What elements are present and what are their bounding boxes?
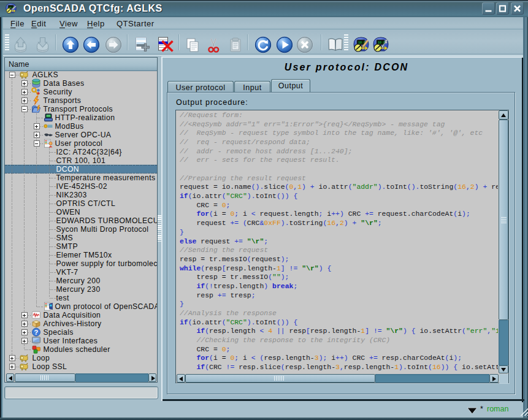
svg-text:Mercury 230: Mercury 230 <box>56 285 101 294</box>
svg-text:Sycon Multi Drop Protocol: Sycon Multi Drop Protocol <box>56 225 149 234</box>
svg-text:Transports: Transports <box>44 96 82 105</box>
svg-text:Temperature measurements: Temperature measurements <box>56 174 156 182</box>
svg-text:ModBus: ModBus <box>55 122 84 131</box>
svg-text:Server OPC-UA: Server OPC-UA <box>55 131 112 139</box>
svg-text:SMTP: SMTP <box>56 242 78 251</box>
svg-text:AGLKS: AGLKS <box>33 71 59 79</box>
svg-text:OWEN: OWEN <box>56 208 81 216</box>
svg-text:Own protocol of OpenSCADA: Own protocol of OpenSCADA <box>55 302 158 311</box>
svg-text:User Interfaces: User Interfaces <box>44 337 98 345</box>
svg-text:OPTRIS CT/CTL: OPTRIS CT/CTL <box>56 199 116 208</box>
svg-text:HTTP-realization: HTTP-realization <box>55 113 115 122</box>
svg-text:Modules scheduler: Modules scheduler <box>44 345 110 354</box>
svg-text:Specials: Specials <box>44 328 74 337</box>
svg-text:Data Acquisition: Data Acquisition <box>44 311 101 319</box>
svg-text:Security: Security <box>44 88 73 96</box>
svg-text:Power supply for turbomolecula: Power supply for turbomolecular <box>56 259 158 268</box>
svg-text:SMS: SMS <box>56 234 74 242</box>
svg-text:Mercury 200: Mercury 200 <box>56 277 101 285</box>
svg-text:IVE-452HS-02: IVE-452HS-02 <box>56 182 107 191</box>
svg-text:EDWARDS TURBOMOLECULAR: EDWARDS TURBOMOLECULAR <box>56 216 158 225</box>
svg-text:Data Bases: Data Bases <box>44 79 85 88</box>
svg-text:VKT-7: VKT-7 <box>56 268 78 277</box>
svg-text:Archives-History: Archives-History <box>44 319 102 328</box>
svg-text:I2C: AT24C{32|64}: I2C: AT24C{32|64} <box>56 148 122 156</box>
svg-text:User protocol: User protocol <box>55 139 103 148</box>
svg-text:Loop: Loop <box>33 354 50 362</box>
svg-text:CTR 100, 101: CTR 100, 101 <box>56 156 106 165</box>
svg-text:Transport Protocols: Transport Protocols <box>44 105 113 113</box>
svg-text:test: test <box>56 294 69 302</box>
svg-text:NIK2303: NIK2303 <box>56 191 87 199</box>
svg-text:DCON: DCON <box>56 165 79 174</box>
svg-text:Loop SSL: Loop SSL <box>33 362 67 371</box>
svg-text:Elemer TM510x: Elemer TM510x <box>56 251 112 259</box>
